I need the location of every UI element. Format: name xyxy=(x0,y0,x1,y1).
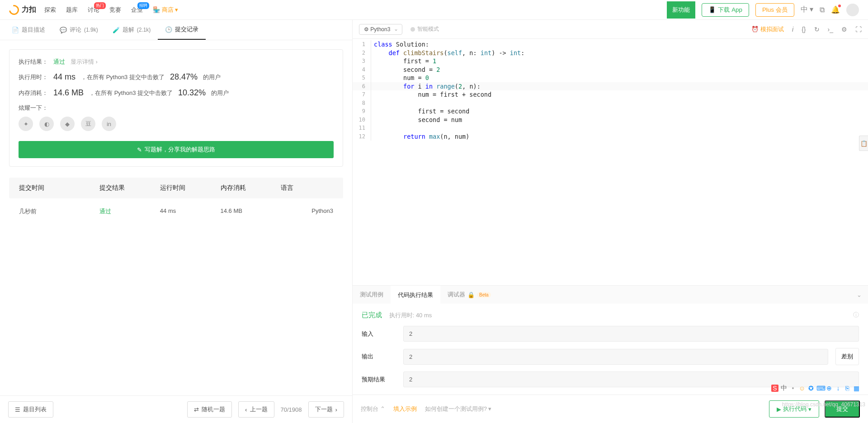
info-small-icon[interactable]: ⓘ xyxy=(853,311,859,319)
nav-enterprise[interactable]: 企业招聘 xyxy=(131,6,143,14)
douban-icon[interactable]: 豆 xyxy=(81,117,95,131)
logo-icon xyxy=(7,3,21,17)
tab-solutions[interactable]: 🧪 题解(2.1k) xyxy=(105,20,158,40)
linkedin-icon[interactable]: in xyxy=(102,117,116,131)
runtime-value: 44 ms xyxy=(53,72,75,82)
nav-right: 新功能 📱 下载 App Plus 会员 中 ▾ ⧉ 🔔 xyxy=(667,1,859,19)
result-tabs: 测试用例 代码执行结果 调试器 🔒Beta ⌄ xyxy=(353,285,868,304)
lang-switch[interactable]: 中 ▾ xyxy=(801,5,813,14)
nav-contest[interactable]: 竞赛 xyxy=(109,6,121,14)
qq-icon[interactable]: ◆ xyxy=(60,117,75,131)
memory-value: 14.6 MB xyxy=(53,88,84,98)
lock-icon: 🔒 xyxy=(467,291,475,298)
tab-comments[interactable]: 💬 评论(1.9k) xyxy=(52,20,105,40)
brand-name: 力扣 xyxy=(22,5,36,14)
next-button[interactable]: 下一题 › xyxy=(308,401,344,418)
avatar[interactable] xyxy=(846,4,859,16)
right-bottom-bar: 控制台 ⌃ 填入示例 如何创建一个测试用例? ▾ ▶ 执行代码 ▾ 提交 xyxy=(353,395,868,423)
smart-dot-icon xyxy=(410,27,415,32)
badge-hot: 热门 xyxy=(94,2,106,9)
th-memory: 内存消耗 xyxy=(221,184,281,192)
smart-mode[interactable]: 智能模式 xyxy=(410,25,439,33)
cell-memory: 14.6 MB xyxy=(221,207,281,216)
rtab-result[interactable]: 代码执行结果 xyxy=(391,286,440,304)
copy-tab-icon[interactable]: 📋 xyxy=(859,136,868,151)
share-icons: ✦ ◐ ◆ 豆 in xyxy=(19,117,334,131)
time-suffix: ，在所有 Python3 提交中击败了 xyxy=(81,73,165,81)
watermark: https://blog.csdn.net/qq_40671313 xyxy=(782,401,865,408)
random-button[interactable]: ⇄ 随机一题 xyxy=(187,401,232,418)
nav-explore[interactable]: 探索 xyxy=(44,6,56,14)
nav-store-label: 商店 xyxy=(162,6,174,13)
logo[interactable]: 力扣 xyxy=(9,5,36,15)
pager-text: 70/1908 xyxy=(281,406,302,413)
mem-suffix: ，在所有 Python3 提交中击败了 xyxy=(89,89,173,97)
problem-tabs: 📄 题目描述 💬 评论(1.9k) 🧪 题解(2.1k) 🕒 提交记录 xyxy=(0,20,352,40)
th-status: 提交结果 xyxy=(99,184,160,192)
runtime-pct: 28.47% xyxy=(170,72,198,82)
memory-pct: 10.32% xyxy=(178,88,206,98)
fill-sample[interactable]: 填入示例 xyxy=(393,405,417,413)
mem-label: 内存消耗： xyxy=(19,89,48,97)
reset-icon[interactable]: ↻ xyxy=(814,26,820,33)
bell-icon[interactable]: 🔔 xyxy=(831,5,840,14)
th-time: 提交时间 xyxy=(19,184,99,192)
exec-time-label: 执行用时: 40 ms xyxy=(389,312,432,319)
result-status: 通过 xyxy=(53,58,65,66)
th-lang: 语言 xyxy=(281,184,333,192)
ime-s-icon: S xyxy=(771,385,778,392)
submissions-header: 提交时间 提交结果 运行时间 内存消耗 语言 xyxy=(9,178,343,198)
input-label: 输入 xyxy=(362,330,396,338)
problem-list-button[interactable]: ☰ 题目列表 xyxy=(8,401,53,418)
wechat-icon[interactable]: ✦ xyxy=(19,117,33,131)
left-panel: 📄 题目描述 💬 评论(1.9k) 🧪 题解(2.1k) 🕒 提交记录 执行结果… xyxy=(0,20,353,423)
nav-discuss[interactable]: 讨论热门 xyxy=(88,6,99,14)
info-icon[interactable]: i xyxy=(792,26,793,33)
show-detail-link[interactable]: 显示详情 › xyxy=(71,58,98,66)
code-editor[interactable]: 1class Solution: 2 def climbStairs(self,… xyxy=(353,39,868,285)
notif-dot xyxy=(838,5,841,7)
playground-icon[interactable]: ⧉ xyxy=(820,6,825,14)
cell-runtime: 44 ms xyxy=(160,207,221,216)
rtab-testcases[interactable]: 测试用例 xyxy=(353,286,391,303)
rtab-debugger[interactable]: 调试器 🔒Beta xyxy=(440,286,498,303)
howto-link[interactable]: 如何创建一个测试用例? ▾ xyxy=(425,405,492,413)
done-status: 已完成 xyxy=(362,311,382,319)
tab-submissions[interactable]: 🕒 提交记录 xyxy=(158,20,206,40)
weibo-icon[interactable]: ◐ xyxy=(39,117,54,131)
language-select[interactable]: ⚙ Python3 xyxy=(359,24,402,35)
download-label: 下载 App xyxy=(718,6,742,14)
cell-time: 几秒前 xyxy=(19,207,99,216)
editor-toolbar: ⚙ Python3 智能模式 ⏰ 模拟面试 i {} ↻ ›_ ⚙ ⛶ xyxy=(353,20,868,39)
tab-description[interactable]: 📄 题目描述 xyxy=(5,20,52,40)
top-nav: 力扣 探索 题库 讨论热门 竞赛 企业招聘 🏪 商店 ▾ 新功能 📱 下载 Ap… xyxy=(0,0,868,20)
submission-row[interactable]: 几秒前 通过 44 ms 14.6 MB Python3 xyxy=(9,198,343,225)
result-content: 已完成 执行用时: 40 ms ⓘ 输入 2 输出 2 差别 预期结果 2 xyxy=(353,304,868,395)
prev-button[interactable]: ‹ 上一题 xyxy=(238,401,274,418)
new-feature-button[interactable]: 新功能 xyxy=(667,1,695,19)
th-runtime: 运行时间 xyxy=(160,184,221,192)
chevron-down-icon[interactable]: ⌄ xyxy=(850,291,868,298)
beta-badge: Beta xyxy=(477,292,491,298)
expected-label: 预期结果 xyxy=(362,376,396,384)
badge-recruit: 招聘 xyxy=(137,2,149,9)
cell-lang: Python3 xyxy=(281,207,333,216)
nav-items: 探索 题库 讨论热门 竞赛 企业招聘 🏪 商店 ▾ xyxy=(44,6,178,14)
mock-interview-button[interactable]: ⏰ 模拟面试 xyxy=(751,25,784,33)
diff-button[interactable]: 差别 xyxy=(835,348,859,365)
console-toggle[interactable]: 控制台 ⌃ xyxy=(361,405,385,413)
result-card: 执行结果： 通过 显示详情 › 执行用时： 44 ms ，在所有 Python3… xyxy=(9,49,343,167)
write-solution-button[interactable]: ✎ 写题解，分享我的解题思路 xyxy=(19,141,334,158)
mem-users: 的用户 xyxy=(211,89,229,97)
share-label: 炫耀一下： xyxy=(19,104,334,112)
fullscreen-icon[interactable]: ⛶ xyxy=(855,26,862,33)
nav-problems[interactable]: 题库 xyxy=(66,6,78,14)
plus-button[interactable]: Plus 会员 xyxy=(755,3,794,17)
braces-icon[interactable]: {} xyxy=(802,26,806,33)
settings-icon[interactable]: ⚙ xyxy=(841,26,847,33)
time-users: 的用户 xyxy=(203,73,221,81)
ime-bar: S 中•☺✪⌨⊕↓⎘▦ xyxy=(771,384,860,392)
nav-store[interactable]: 🏪 商店 ▾ xyxy=(153,6,178,14)
terminal-icon[interactable]: ›_ xyxy=(828,26,833,33)
download-app-button[interactable]: 📱 下载 App xyxy=(702,3,749,17)
